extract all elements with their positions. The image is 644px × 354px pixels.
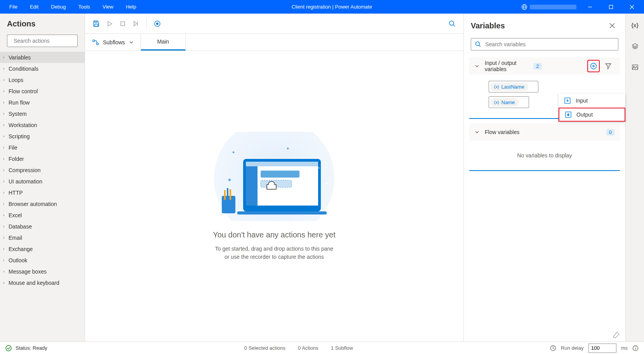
action-category-browser-automation[interactable]: ›Browser automation (0, 198, 85, 209)
svg-rect-4 (609, 5, 613, 9)
info-icon[interactable] (632, 345, 639, 351)
svg-point-18 (97, 43, 99, 45)
chevron-right-icon: › (3, 213, 4, 217)
menu-debug[interactable]: Debug (45, 0, 72, 14)
svg-rect-24 (261, 171, 299, 178)
actions-search-input[interactable] (14, 38, 82, 44)
chevron-right-icon: › (3, 179, 4, 183)
popup-output-option[interactable]: Output (559, 108, 625, 122)
action-category-system[interactable]: ›System (0, 108, 85, 119)
chevron-right-icon: › (3, 224, 4, 228)
chevron-right-icon: › (3, 190, 4, 195)
chevron-right-icon: › (3, 202, 4, 206)
tab-main[interactable]: Main (141, 34, 186, 51)
search-flow-button[interactable] (446, 17, 459, 30)
toolbar (85, 14, 463, 34)
flow-variables-section: Flow variables 0 No variables to display (469, 124, 620, 171)
action-category-outlook[interactable]: ›Outlook (0, 255, 85, 266)
clock-icon (550, 345, 556, 351)
ms-label: ms (621, 345, 628, 351)
variable-chip-lastname[interactable]: (x)LastName (489, 81, 538, 92)
variable-chip-name[interactable]: (x)Name (489, 96, 529, 108)
action-category-loops[interactable]: ›Loops (0, 74, 85, 85)
rail-images-button[interactable] (629, 61, 641, 73)
action-category-http[interactable]: ›HTTP (0, 187, 85, 198)
flow-variables-empty: No variables to display (469, 141, 620, 170)
action-category-folder[interactable]: ›Folder (0, 153, 85, 164)
chevron-down-icon (129, 40, 134, 45)
variables-search-input[interactable] (485, 41, 614, 47)
svg-rect-22 (246, 162, 318, 166)
rail-ui-elements-button[interactable] (629, 40, 641, 52)
popup-input-option[interactable]: Input (559, 94, 625, 108)
subflows-label-text: Subflows (103, 39, 125, 45)
variables-title: Variables (471, 21, 606, 30)
menu-view[interactable]: View (96, 0, 120, 14)
action-category-workstation[interactable]: ›Workstation (0, 119, 85, 131)
layers-icon (632, 43, 639, 50)
clear-variables-button[interactable] (613, 331, 620, 338)
io-variables-header[interactable]: Input / output variables 2 (469, 58, 620, 75)
svg-rect-28 (222, 196, 235, 213)
actions-search[interactable] (7, 35, 78, 47)
action-category-database[interactable]: ›Database (0, 221, 85, 232)
step-button[interactable] (129, 17, 143, 30)
action-category-excel[interactable]: ›Excel (0, 209, 85, 221)
add-variable-popup: Input Output (559, 94, 625, 122)
action-category-exchange[interactable]: ›Exchange (0, 243, 85, 255)
svg-line-35 (479, 45, 481, 47)
chevron-right-icon: › (3, 66, 4, 71)
action-category-variables[interactable]: ›Variables (0, 52, 85, 63)
action-category-flow-control[interactable]: ›Flow control (0, 85, 85, 97)
stop-button[interactable] (116, 17, 129, 30)
io-variables-count: 2 (533, 63, 541, 70)
action-category-conditionals[interactable]: ›Conditionals (0, 63, 85, 74)
add-variable-button[interactable] (587, 60, 600, 72)
globe-icon (521, 4, 527, 10)
action-category-email[interactable]: ›Email (0, 232, 85, 243)
run-delay-input[interactable] (588, 344, 616, 353)
action-category-scripting[interactable]: ›Scripting (0, 131, 85, 142)
variables-close-button[interactable] (606, 19, 618, 32)
chevron-right-icon: › (3, 168, 4, 172)
subflows-dropdown[interactable]: Subflows (85, 34, 141, 51)
filter-variables-button[interactable] (602, 60, 614, 72)
menu-edit[interactable]: Edit (24, 0, 45, 14)
output-icon (565, 111, 572, 118)
minimize-button[interactable] (581, 0, 599, 14)
maximize-button[interactable] (602, 0, 620, 14)
variables-search[interactable] (471, 38, 618, 51)
save-button[interactable] (90, 17, 103, 30)
menu-file[interactable]: File (3, 0, 24, 14)
chevron-right-icon: › (3, 247, 4, 251)
actions-panel: Actions ›Variables›Conditionals›Loops›Fl… (0, 14, 85, 342)
close-button[interactable] (623, 0, 641, 14)
run-button[interactable] (103, 17, 116, 30)
menu-tools[interactable]: Tools (72, 0, 96, 14)
io-variables-title: Input / output variables (485, 60, 530, 72)
environment-badge[interactable] (521, 4, 576, 10)
menu-help[interactable]: Help (120, 0, 143, 14)
eraser-icon (613, 331, 620, 338)
svg-rect-30 (227, 188, 228, 200)
action-category-file[interactable]: ›File (0, 142, 85, 153)
actions-category-list[interactable]: ›Variables›Conditionals›Loops›Flow contr… (0, 52, 85, 342)
search-icon (475, 41, 481, 47)
chevron-right-icon: › (3, 145, 4, 150)
action-category-compression[interactable]: ›Compression (0, 164, 85, 176)
rail-variables-button[interactable]: {x} (629, 19, 641, 31)
status-subflows-count: 1 Subflow (331, 345, 353, 351)
empty-state-title: You don't have any actions here yet (213, 230, 336, 239)
record-button[interactable] (151, 17, 164, 30)
svg-line-16 (453, 25, 455, 26)
input-icon (564, 97, 571, 104)
flow-canvas[interactable]: You don't have any actions here yet To g… (85, 51, 463, 342)
svg-point-46 (635, 347, 636, 347)
flow-variables-header[interactable]: Flow variables 0 (469, 124, 620, 141)
svg-point-17 (93, 40, 95, 42)
action-category-ui-automation[interactable]: ›UI automation (0, 176, 85, 187)
chevron-right-icon: › (3, 100, 4, 105)
action-category-run-flow[interactable]: ›Run flow (0, 97, 85, 108)
action-category-mouse-and-keyboard[interactable]: ›Mouse and keyboard (0, 277, 85, 288)
action-category-message-boxes[interactable]: ›Message boxes (0, 266, 85, 277)
